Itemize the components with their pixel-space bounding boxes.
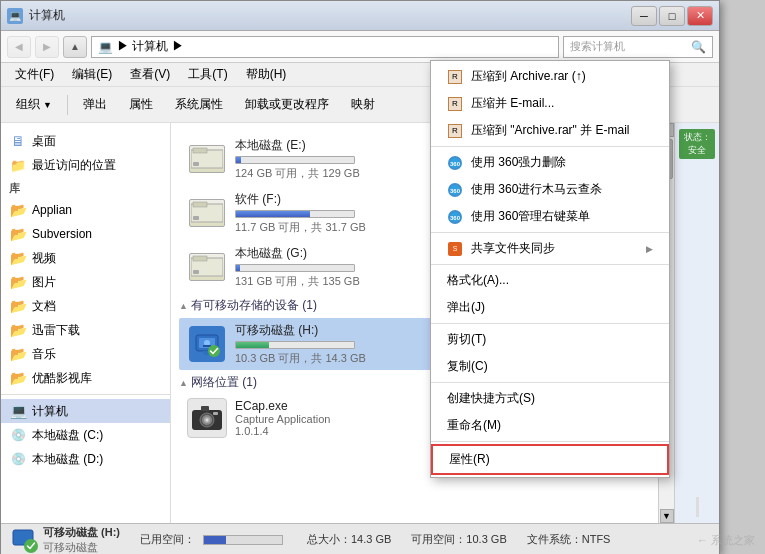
desktop-icon: 🖥 <box>9 132 27 150</box>
camera-icon <box>187 398 227 438</box>
sidebar-item-drive-c[interactable]: 💿 本地磁盘 (C:) <box>1 423 170 447</box>
sidebar-item-drive-d[interactable]: 💿 本地磁盘 (D:) <box>1 447 170 471</box>
properties-button[interactable]: 属性 <box>120 91 162 119</box>
svg-text:360: 360 <box>450 161 461 167</box>
address-input[interactable]: 💻 ▶ 计算机 ▶ <box>91 36 559 58</box>
close-button[interactable]: ✕ <box>687 6 713 26</box>
ctx-create-shortcut[interactable]: 创建快捷方式(S) <box>431 385 669 412</box>
ctx-360-menu[interactable]: 360 使用 360管理右键菜单 <box>431 203 669 230</box>
sidebar-item-recent[interactable]: 📁 最近访问的位置 <box>1 153 170 177</box>
forward-button[interactable]: ▶ <box>35 36 59 58</box>
ctx-properties-label: 屋性(R) <box>449 451 490 468</box>
drive-f-bar-wrap <box>235 210 355 218</box>
sidebar-item-applian[interactable]: 📂 Applian <box>1 198 170 222</box>
status-bar-fill <box>204 536 226 544</box>
menu-tools[interactable]: 工具(T) <box>180 64 235 85</box>
status-free-space: 可用空间：10.3 GB <box>411 532 506 547</box>
svg-point-20 <box>206 419 209 422</box>
svg-text:360: 360 <box>450 188 461 194</box>
folder-icon-7: 📂 <box>9 345 27 363</box>
map-drive-button[interactable]: 映射 <box>342 91 384 119</box>
ctx-share-sync-icon: S <box>447 241 463 257</box>
ctx-360-delete[interactable]: 360 使用 360强力删除 <box>431 149 669 176</box>
ctx-compress-rar-icon: R <box>447 69 463 85</box>
scroll-down-button[interactable]: ▼ <box>660 509 674 523</box>
sidebar-item-computer[interactable]: 💻 计算机 <box>1 399 170 423</box>
ctx-separator-5 <box>431 382 669 383</box>
ctx-cut[interactable]: 剪切(T) <box>431 326 669 353</box>
sidebar-item-video[interactable]: 📂 视频 <box>1 246 170 270</box>
ctx-compress-rar[interactable]: R 压缩到 Archive.rar (↑) <box>431 63 669 90</box>
status-used-label: 已用空间： <box>140 532 195 547</box>
uninstall-button[interactable]: 卸载或更改程序 <box>236 91 338 119</box>
ctx-compress-email-icon: R <box>447 96 463 112</box>
status-fs-label: 文件系统：NTFS <box>527 532 611 547</box>
menu-file[interactable]: 文件(F) <box>7 64 62 85</box>
back-button[interactable]: ◀ <box>7 36 31 58</box>
ctx-format[interactable]: 格式化(A)... <box>431 267 669 294</box>
svg-rect-4 <box>193 202 207 207</box>
address-path: ▶ 计算机 ▶ <box>117 38 184 55</box>
sidebar-item-music[interactable]: 📂 音乐 <box>1 342 170 366</box>
drive-e-icon-wrap <box>187 142 227 177</box>
svg-rect-7 <box>193 256 207 261</box>
ctx-separator-6 <box>431 441 669 442</box>
status-drive-icon <box>11 526 39 554</box>
ctx-rename[interactable]: 重命名(M) <box>431 412 669 439</box>
ctx-copy[interactable]: 复制(C) <box>431 353 669 380</box>
removable-drive-icon <box>189 326 225 362</box>
svg-text:360: 360 <box>450 215 461 221</box>
drive-h-bar <box>236 342 269 348</box>
toolbar-separator-1 <box>67 95 68 115</box>
up-button[interactable]: ▲ <box>63 36 87 58</box>
minimize-button[interactable]: ─ <box>631 6 657 26</box>
address-bar: ◀ ▶ ▲ 💻 ▶ 计算机 ▶ 搜索计算机 🔍 <box>1 31 719 63</box>
status-drive-label: 可移动磁盘 (H:) <box>43 525 120 540</box>
sidebar-item-pictures[interactable]: 📂 图片 <box>1 270 170 294</box>
recent-icon: 📁 <box>9 156 27 174</box>
sidebar-item-youku[interactable]: 📂 优酷影视库 <box>1 366 170 390</box>
maximize-button[interactable]: □ <box>659 6 685 26</box>
window-icon: 💻 <box>7 8 23 24</box>
sidebar-item-thunder[interactable]: 📂 迅雷下载 <box>1 318 170 342</box>
drive-e-bar <box>236 157 241 163</box>
info-panel: 状态：安全 <box>674 123 719 523</box>
sidebar-item-docs[interactable]: 📂 文档 <box>1 294 170 318</box>
ctx-compress-archive-email[interactable]: R 压缩到 "Archive.rar" 并 E-mail <box>431 117 669 144</box>
ctx-360-scan[interactable]: 360 使用 360进行木马云查杀 <box>431 176 669 203</box>
menu-edit[interactable]: 编辑(E) <box>64 64 120 85</box>
folder-icon-8: 📂 <box>9 369 27 387</box>
sys-properties-button[interactable]: 系统属性 <box>166 91 232 119</box>
ctx-compress-email[interactable]: R 压缩并 E-mail... <box>431 90 669 117</box>
status-filesystem: 文件系统：NTFS <box>527 532 611 547</box>
folder-icon-5: 📂 <box>9 297 27 315</box>
ctx-separator-4 <box>431 323 669 324</box>
menu-view[interactable]: 查看(V) <box>122 64 178 85</box>
folder-icon-2: 📂 <box>9 225 27 243</box>
sidebar-section-library: 库 <box>1 177 170 198</box>
computer-icon: 💻 <box>9 402 27 420</box>
drive-f-bar <box>236 211 310 217</box>
organize-arrow: ▼ <box>43 100 52 110</box>
status-total-size: 总大小：14.3 GB <box>307 532 391 547</box>
sidebar-item-subversion[interactable]: 📂 Subversion <box>1 222 170 246</box>
organize-button[interactable]: 组织 ▼ <box>7 91 61 119</box>
svg-rect-8 <box>193 270 199 274</box>
status-drive-info: 可移动磁盘 (H:) 可移动磁盘 <box>11 525 120 555</box>
menu-help[interactable]: 帮助(H) <box>238 64 295 85</box>
ctx-share-sync[interactable]: S 共享文件夹同步 ▶ <box>431 235 669 262</box>
folder-icon-6: 📂 <box>9 321 27 339</box>
ctx-share-arrow: ▶ <box>646 244 653 254</box>
sidebar-item-desktop[interactable]: 🖥 桌面 <box>1 129 170 153</box>
ctx-eject[interactable]: 弹出(J) <box>431 294 669 321</box>
drive-f-icon-wrap <box>187 196 227 231</box>
folder-icon-4: 📂 <box>9 273 27 291</box>
eject-button[interactable]: 弹出 <box>74 91 116 119</box>
watermark: ← 系统之家 <box>697 533 755 548</box>
ctx-properties[interactable]: 屋性(R) <box>431 444 669 475</box>
search-box[interactable]: 搜索计算机 🔍 <box>563 36 713 58</box>
network-arrow: ▲ <box>179 378 188 388</box>
svg-rect-12 <box>203 345 211 347</box>
ctx-separator-1 <box>431 146 669 147</box>
drive-g-bar-wrap <box>235 264 355 272</box>
